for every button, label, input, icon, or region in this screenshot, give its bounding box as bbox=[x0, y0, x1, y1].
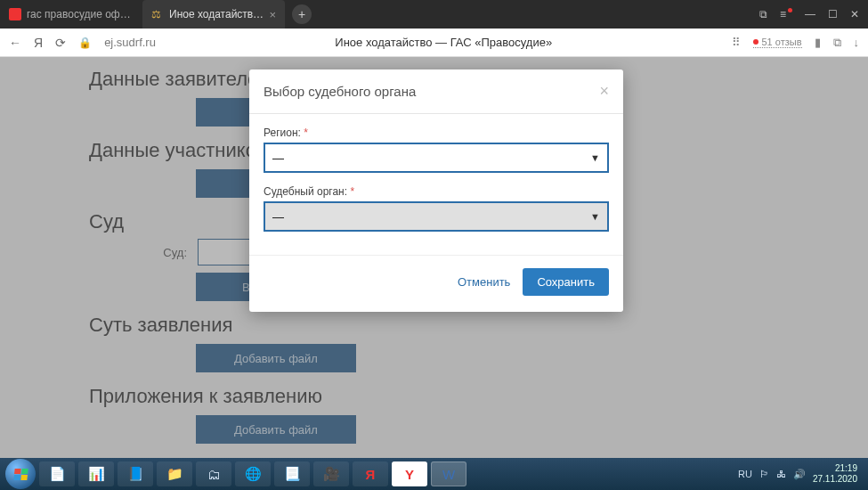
save-button[interactable]: Сохранить bbox=[523, 268, 609, 296]
tab-active[interactable]: ⚖ Иное ходатайство — Г... × bbox=[142, 0, 285, 29]
taskbar-app-explorer[interactable]: 📁 bbox=[157, 461, 192, 486]
new-tab-button[interactable]: + bbox=[292, 4, 312, 24]
taskbar-app-text[interactable]: 📘 bbox=[118, 461, 153, 486]
page-title: Иное ходатайство — ГАС «Правосудие» bbox=[166, 36, 721, 49]
taskbar-app-word[interactable]: W bbox=[431, 461, 466, 486]
maximize-button[interactable]: ☐ bbox=[828, 8, 838, 20]
tabs-overview-icon[interactable]: ⧉ bbox=[759, 8, 767, 20]
tray-flag-icon[interactable]: 🏳 bbox=[759, 469, 769, 479]
tab-label: Иное ходатайство — Г... bbox=[169, 8, 264, 20]
court-body-label: Судебный орган: * bbox=[264, 185, 609, 198]
url-text[interactable]: ej.sudrf.ru bbox=[104, 36, 156, 49]
minimize-button[interactable]: — bbox=[805, 8, 815, 20]
start-button[interactable] bbox=[5, 459, 36, 489]
select-value: — bbox=[272, 210, 284, 224]
scales-favicon: ⚖ bbox=[151, 8, 164, 20]
chevron-down-icon: ▼ bbox=[590, 211, 600, 222]
lang-indicator[interactable]: RU bbox=[738, 469, 752, 479]
court-body-select[interactable]: — ▼ bbox=[264, 201, 609, 232]
reviews-link[interactable]: 51 отзыв bbox=[753, 37, 802, 48]
reload-button[interactable]: ⟳ bbox=[55, 36, 66, 50]
translate-icon[interactable]: ⠿ bbox=[732, 36, 741, 49]
yandex-favicon bbox=[9, 8, 21, 20]
clock[interactable]: 21:19 27.11.2020 bbox=[813, 463, 857, 485]
menu-icon[interactable]: ≡ bbox=[780, 8, 792, 20]
taskbar-app-library[interactable]: 🗂 bbox=[196, 461, 231, 486]
cancel-button[interactable]: Отменить bbox=[458, 268, 510, 296]
page-viewport: Данные заявителей ? До Данные участников… bbox=[0, 57, 868, 458]
taskbar-app-chrome[interactable]: 🌐 bbox=[235, 461, 271, 486]
tray-volume-icon[interactable]: 🔊 bbox=[793, 469, 806, 480]
lock-icon: 🔒 bbox=[78, 37, 92, 49]
window-controls: ⧉ ≡ — ☐ ✕ bbox=[750, 8, 868, 20]
court-select-modal: Выбор судебного органа × Регион: * — ▼ С… bbox=[249, 69, 623, 312]
system-tray: RU 🏳 🖧 🔊 21:19 27.11.2020 bbox=[738, 463, 863, 485]
taskbar-app-libreoffice[interactable]: 📄 bbox=[39, 461, 75, 486]
downloads-icon[interactable]: ↓ bbox=[854, 36, 860, 49]
close-tab-icon[interactable]: × bbox=[269, 8, 276, 21]
taskbar-app-calc[interactable]: 📊 bbox=[78, 461, 114, 486]
select-value: — bbox=[272, 151, 284, 165]
taskbar-app-yandex-active[interactable]: Y bbox=[392, 461, 427, 486]
extensions-icon[interactable]: ⧉ bbox=[833, 36, 841, 50]
yandex-home-button[interactable]: Я bbox=[34, 36, 43, 50]
bookmark-icon[interactable]: ▮ bbox=[815, 36, 821, 49]
chevron-down-icon: ▼ bbox=[590, 152, 600, 163]
tray-network-icon[interactable]: 🖧 bbox=[776, 469, 786, 479]
close-window-button[interactable]: ✕ bbox=[850, 8, 859, 20]
browser-titlebar: гас правосудие официаль ⚖ Иное ходатайст… bbox=[0, 0, 868, 29]
taskbar-app-doc[interactable]: 📃 bbox=[274, 461, 310, 486]
address-bar: ← Я ⟳ 🔒 ej.sudrf.ru Иное ходатайство — Г… bbox=[0, 29, 868, 57]
taskbar-app-zoom[interactable]: 🎥 bbox=[313, 461, 349, 486]
modal-title: Выбор судебного органа bbox=[264, 84, 416, 99]
region-label: Регион: * bbox=[264, 127, 609, 139]
modal-close-button[interactable]: × bbox=[599, 82, 609, 101]
tab-search[interactable]: гас правосудие официаль bbox=[0, 0, 142, 29]
taskbar-app-yandex1[interactable]: Я bbox=[353, 461, 388, 486]
back-button[interactable]: ← bbox=[9, 36, 21, 50]
tab-label: гас правосудие официаль bbox=[27, 8, 134, 20]
region-select[interactable]: — ▼ bbox=[264, 143, 609, 173]
windows-taskbar: 📄 📊 📘 📁 🗂 🌐 📃 🎥 Я Y W RU 🏳 🖧 🔊 21:19 27.… bbox=[0, 458, 868, 490]
